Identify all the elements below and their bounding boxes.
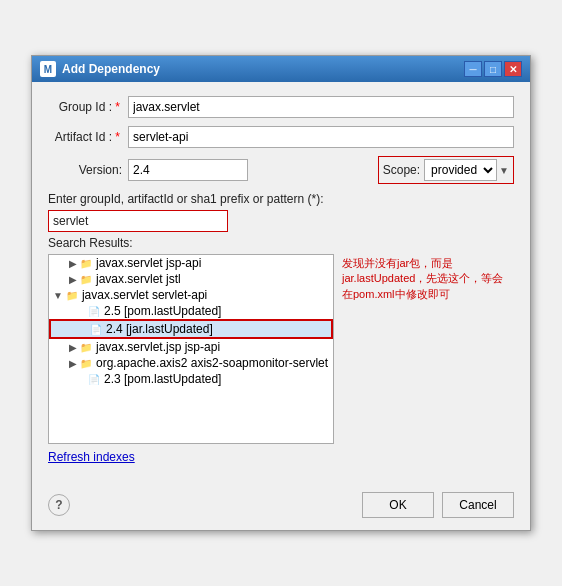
scope-label: Scope: [383, 163, 420, 177]
arrow-r1: ▶ [69, 258, 77, 269]
footer-right: OK Cancel [362, 492, 514, 518]
scope-select[interactable]: provided compile runtime test system imp… [424, 159, 497, 181]
version-label: Version: [48, 163, 128, 177]
results-label: Search Results: [48, 236, 514, 250]
title-bar-buttons: ─ □ ✕ [464, 61, 522, 77]
group-id-input[interactable] [128, 96, 514, 118]
version-scope-row: Version: Scope: provided compile runtime… [48, 156, 514, 184]
artifact-id-row: Artifact Id : * [48, 126, 514, 148]
add-dependency-dialog: M Add Dependency ─ □ ✕ Group Id : * Arti… [31, 55, 531, 531]
search-input-wrap [48, 210, 514, 232]
tree-item-r4[interactable]: 📄 2.5 [pom.lastUpdated] [49, 303, 333, 319]
file-icon-r8: 📄 [87, 372, 101, 386]
tree-item-label-r8: 2.3 [pom.lastUpdated] [104, 372, 221, 386]
results-area: ▶ 📁 javax.servlet jsp-api ▶ 📁 javax.serv… [48, 254, 514, 444]
tree-item-r8[interactable]: 📄 2.3 [pom.lastUpdated] [49, 371, 333, 387]
tree-item-label-r3: javax.servlet servlet-api [82, 288, 207, 302]
cancel-button[interactable]: Cancel [442, 492, 514, 518]
dialog-footer: ? OK Cancel [32, 484, 530, 530]
note-area: 发现并没有jar包，而是jar.lastUpdated，先选这个，等会在pom.… [334, 254, 514, 444]
search-results-tree[interactable]: ▶ 📁 javax.servlet jsp-api ▶ 📁 javax.serv… [48, 254, 334, 444]
folder-icon-r7: 📁 [79, 356, 93, 370]
help-button[interactable]: ? [48, 494, 70, 516]
file-icon-r4: 📄 [87, 304, 101, 318]
tree-item-label-r4: 2.5 [pom.lastUpdated] [104, 304, 221, 318]
file-icon-r5: 📄 [89, 322, 103, 336]
tree-item-label-r1: javax.servlet jsp-api [96, 256, 201, 270]
title-bar: M Add Dependency ─ □ ✕ [32, 56, 530, 82]
note-text: 发现并没有jar包，而是jar.lastUpdated，先选这个，等会在pom.… [342, 257, 503, 300]
minimize-button[interactable]: ─ [464, 61, 482, 77]
folder-icon-r3: 📁 [65, 288, 79, 302]
arrow-r6: ▶ [69, 342, 77, 353]
scope-wrap: Scope: provided compile runtime test sys… [378, 156, 514, 184]
scope-dropdown-arrow: ▼ [499, 165, 509, 176]
dialog-title: Add Dependency [62, 62, 160, 76]
tree-item-r6[interactable]: ▶ 📁 javax.servlet.jsp jsp-api [49, 339, 333, 355]
version-input-wrap: Scope: provided compile runtime test sys… [128, 156, 514, 184]
dialog-body: Group Id : * Artifact Id : * Version: Sc… [32, 82, 530, 484]
tree-item-label-r6: javax.servlet.jsp jsp-api [96, 340, 220, 354]
refresh-indexes-link[interactable]: Refresh indexes [48, 450, 135, 464]
search-input[interactable] [48, 210, 228, 232]
group-id-row: Group Id : * [48, 96, 514, 118]
close-button[interactable]: ✕ [504, 61, 522, 77]
arrow-r3: ▼ [53, 290, 63, 301]
search-hint-label: Enter groupId, artifactId or sha1 prefix… [48, 192, 514, 206]
tree-item-label-r5: 2.4 [jar.lastUpdated] [106, 322, 213, 336]
tree-item-r7[interactable]: ▶ 📁 org.apache.axis2 axis2-soapmonitor-s… [49, 355, 333, 371]
artifact-id-input[interactable] [128, 126, 514, 148]
arrow-r2: ▶ [69, 274, 77, 285]
tree-item-r5[interactable]: 📄 2.4 [jar.lastUpdated] [49, 319, 333, 339]
folder-icon-r6: 📁 [79, 340, 93, 354]
tree-item-r1[interactable]: ▶ 📁 javax.servlet jsp-api [49, 255, 333, 271]
group-id-label: Group Id : * [48, 100, 128, 114]
artifact-id-label: Artifact Id : * [48, 130, 128, 144]
tree-item-label-r7: org.apache.axis2 axis2-soapmonitor-servl… [96, 356, 328, 370]
folder-icon-r2: 📁 [79, 272, 93, 286]
ok-button[interactable]: OK [362, 492, 434, 518]
artifact-id-star: * [115, 130, 120, 144]
footer-left: ? [48, 494, 70, 516]
folder-icon-r1: 📁 [79, 256, 93, 270]
tree-item-label-r2: javax.servlet jstl [96, 272, 181, 286]
version-input[interactable] [128, 159, 248, 181]
tree-item-r3[interactable]: ▼ 📁 javax.servlet servlet-api [49, 287, 333, 303]
tree-item-r2[interactable]: ▶ 📁 javax.servlet jstl [49, 271, 333, 287]
maximize-button[interactable]: □ [484, 61, 502, 77]
arrow-r7: ▶ [69, 358, 77, 369]
title-bar-left: M Add Dependency [40, 61, 160, 77]
group-id-star: * [115, 100, 120, 114]
dialog-icon: M [40, 61, 56, 77]
